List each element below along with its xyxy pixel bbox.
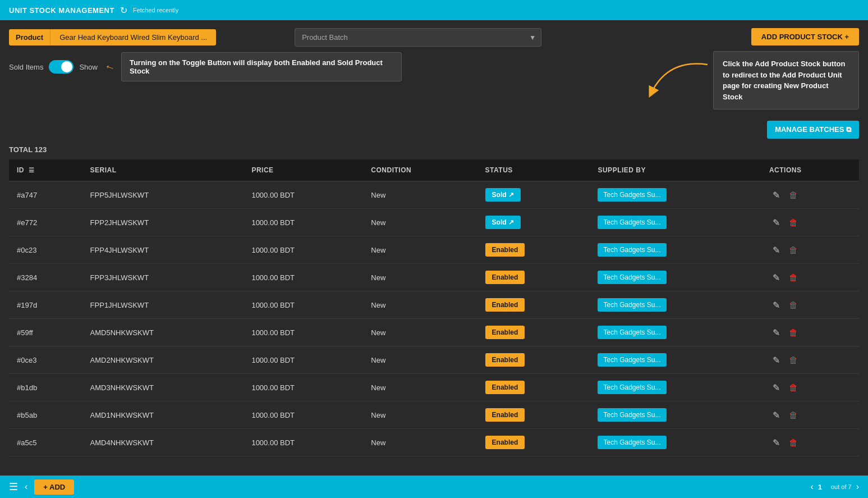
cell-actions: ✎ 🗑 (761, 291, 859, 319)
table-row: #59ff AMD5NHKWSKWT 1000.00 BDT New Enabl… (9, 319, 859, 346)
toggle-hint-box: Turning on the Toggle Button will displa… (121, 52, 402, 81)
cell-serial: AMD4NHKWSKWT (82, 429, 244, 456)
status-badge[interactable]: Sold ↗ (485, 188, 521, 202)
cell-supplier: Tech Gadgets Su... (590, 374, 761, 401)
cell-price: 1000.00 BDT (244, 291, 363, 319)
delete-button[interactable]: 🗑 (786, 437, 801, 449)
cell-price: 1000.00 BDT (244, 181, 363, 209)
table-body: #a747 FPP5JHLWSKWT 1000.00 BDT New Sold … (9, 181, 859, 456)
delete-button[interactable]: 🗑 (786, 272, 801, 284)
stock-table-container: ID ☰ SERIAL PRICE CONDITION STATUS SUPPL… (9, 159, 859, 456)
table-row: #b5ab AMD1NHKWSKWT 1000.00 BDT New Enabl… (9, 401, 859, 429)
delete-button[interactable]: 🗑 (786, 409, 801, 422)
delete-button[interactable]: 🗑 (786, 299, 801, 312)
edit-button[interactable]: ✎ (769, 189, 783, 202)
cell-status: Enabled (477, 401, 590, 429)
edit-button[interactable]: ✎ (769, 354, 783, 367)
add-button[interactable]: + ADD (34, 479, 74, 495)
product-selector[interactable]: Product Gear Head Keyboard Wired Slim Ke… (9, 29, 216, 45)
back-icon[interactable]: ‹ (25, 482, 27, 492)
supplier-button[interactable]: Tech Gadgets Su... (598, 381, 666, 394)
delete-button[interactable]: 🗑 (786, 217, 801, 229)
cell-condition: New (363, 319, 477, 346)
status-badge[interactable]: Enabled (485, 326, 525, 339)
cell-condition: New (363, 181, 477, 209)
product-batch-container: Product Batch ▼ (295, 28, 541, 47)
cell-actions: ✎ 🗑 (761, 319, 859, 346)
edit-button[interactable]: ✎ (769, 299, 783, 312)
supplier-button[interactable]: Tech Gadgets Su... (598, 216, 666, 229)
cell-id: #a5c5 (9, 429, 82, 456)
supplier-button[interactable]: Tech Gadgets Su... (598, 436, 666, 449)
row2: Sold Items Show ← Turning on the Toggle … (9, 52, 713, 81)
refresh-icon[interactable]: ↻ (120, 5, 127, 16)
supplier-button[interactable]: Tech Gadgets Su... (598, 353, 666, 367)
cell-serial: FPP1JHLWSKWT (82, 291, 244, 319)
cell-condition: New (363, 346, 477, 374)
cell-status: Enabled (477, 374, 590, 401)
delete-button[interactable]: 🗑 (786, 327, 801, 339)
cell-condition: New (363, 374, 477, 401)
manage-batches-button[interactable]: MANAGE BATCHES ⧉ (767, 121, 859, 139)
supplier-button[interactable]: Tech Gadgets Su... (598, 408, 666, 422)
cell-price: 1000.00 BDT (244, 374, 363, 401)
cell-supplier: Tech Gadgets Su... (590, 429, 761, 456)
edit-button[interactable]: ✎ (769, 436, 783, 449)
delete-button[interactable]: 🗑 (786, 189, 801, 202)
status-badge[interactable]: Enabled (485, 408, 525, 422)
sold-items-toggle[interactable] (49, 60, 74, 74)
cell-supplier: Tech Gadgets Su... (590, 264, 761, 291)
edit-button[interactable]: ✎ (769, 216, 783, 229)
total-label: TOTAL 123 (9, 145, 859, 154)
bottom-left: ☰ ‹ + ADD (9, 479, 74, 495)
add-product-tooltip-text: Click the Add Product Stock button to re… (723, 60, 845, 101)
status-badge[interactable]: Enabled (485, 298, 525, 312)
supplier-button[interactable]: Tech Gadgets Su... (598, 243, 666, 257)
status-badge[interactable]: Enabled (485, 271, 525, 284)
cell-actions: ✎ 🗑 (761, 374, 859, 401)
fetched-label: Fetched recently (133, 7, 178, 13)
table-row: #0c23 FPP4JHLWSKWT 1000.00 BDT New Enabl… (9, 236, 859, 264)
controls-right: ADD PRODUCT STOCK + Click the Add Produc… (713, 28, 859, 139)
edit-button[interactable]: ✎ (769, 271, 783, 284)
col-serial: SERIAL (82, 159, 244, 181)
status-badge[interactable]: Enabled (485, 243, 525, 257)
edit-button[interactable]: ✎ (769, 409, 783, 422)
col-actions: ACTIONS (761, 159, 859, 181)
status-badge[interactable]: Enabled (485, 381, 525, 394)
hamburger-icon[interactable]: ☰ (9, 481, 18, 493)
supplier-button[interactable]: Tech Gadgets Su... (598, 271, 666, 284)
supplier-button[interactable]: Tech Gadgets Su... (598, 298, 666, 312)
status-badge[interactable]: Sold ↗ (485, 216, 521, 229)
cell-actions: ✎ 🗑 (761, 209, 859, 236)
product-batch-select[interactable]: Product Batch (295, 28, 541, 47)
next-page-icon[interactable]: › (856, 482, 859, 492)
edit-button[interactable]: ✎ (769, 326, 783, 339)
cell-status: Sold ↗ (477, 181, 590, 209)
delete-button[interactable]: 🗑 (786, 354, 801, 367)
cell-price: 1000.00 BDT (244, 264, 363, 291)
supplier-button[interactable]: Tech Gadgets Su... (598, 326, 666, 339)
status-badge[interactable]: Enabled (485, 353, 525, 367)
edit-button[interactable]: ✎ (769, 244, 783, 257)
edit-button[interactable]: ✎ (769, 381, 783, 394)
cell-id: #b5ab (9, 401, 82, 429)
cell-actions: ✎ 🗑 (761, 429, 859, 456)
cell-price: 1000.00 BDT (244, 319, 363, 346)
page-out-label: out of 7 (831, 483, 852, 490)
stock-table: ID ☰ SERIAL PRICE CONDITION STATUS SUPPL… (9, 159, 859, 456)
delete-button[interactable]: 🗑 (786, 382, 801, 394)
prev-page-icon[interactable]: ‹ (810, 482, 813, 492)
cell-supplier: Tech Gadgets Su... (590, 346, 761, 374)
top-controls: Product Gear Head Keyboard Wired Slim Ke… (9, 28, 859, 139)
cell-serial: FPP4JHLWSKWT (82, 236, 244, 264)
delete-button[interactable]: 🗑 (786, 244, 801, 257)
cell-price: 1000.00 BDT (244, 209, 363, 236)
page-title: UNIT STOCK MANAGEMENT (9, 6, 114, 15)
supplier-button[interactable]: Tech Gadgets Su... (598, 188, 666, 202)
product-label: Product (9, 29, 50, 45)
cell-price: 1000.00 BDT (244, 346, 363, 374)
add-product-stock-button[interactable]: ADD PRODUCT STOCK + (751, 28, 859, 45)
cell-actions: ✎ 🗑 (761, 181, 859, 209)
status-badge[interactable]: Enabled (485, 436, 525, 449)
